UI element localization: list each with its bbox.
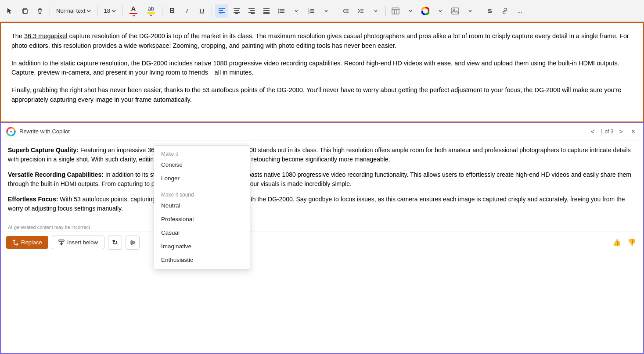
svg-rect-5	[234, 8, 240, 9]
align-left-button[interactable]	[215, 4, 228, 18]
svg-point-21	[278, 12, 279, 13]
color-wheel-arrow[interactable]	[434, 4, 447, 18]
delete-button[interactable]	[33, 4, 47, 18]
font-color-button[interactable]: A	[126, 4, 141, 18]
svg-rect-1	[219, 8, 225, 9]
replace-label: Replace	[21, 239, 42, 246]
separator-8	[480, 6, 480, 16]
strikethrough-button[interactable]: S	[483, 4, 496, 18]
font-size-dropdown[interactable]: 18	[101, 4, 119, 18]
number-list-button[interactable]: 1.2.3.	[305, 4, 318, 18]
svg-rect-13	[263, 8, 270, 9]
underline-button[interactable]: U	[195, 4, 209, 18]
font-name-dropdown[interactable]: Normal text	[53, 4, 94, 18]
align-center-button[interactable]	[230, 4, 243, 18]
indent-arrow[interactable]	[369, 4, 382, 18]
menu-item-enthusiastic[interactable]: Enthusiastic	[154, 253, 250, 267]
link-button[interactable]	[498, 4, 511, 18]
document-editor[interactable]: The 36.3 megapixel capture resolution of…	[0, 22, 644, 122]
svg-rect-0	[23, 9, 27, 14]
svg-point-41	[453, 9, 455, 11]
svg-rect-40	[452, 8, 459, 14]
separator-3	[122, 6, 122, 16]
align-right-button[interactable]	[245, 4, 258, 18]
prev-page-button[interactable]: <	[589, 127, 597, 136]
increase-indent-button[interactable]	[354, 4, 367, 18]
copilot-section-3: Effortless Focus: With 53 autofocus poin…	[8, 195, 636, 213]
menu-item-longer[interactable]: Longer	[154, 172, 250, 185]
section2-title: Versatile Recording Capabilities:	[8, 171, 104, 178]
menu-item-concise[interactable]: Concise	[154, 158, 250, 172]
copilot-footer: Replace Insert below ↻ 👍	[1, 232, 643, 253]
copilot-section-2: Versatile Recording Capabilities: In add…	[8, 170, 636, 189]
strikethrough-icon: S	[488, 7, 492, 14]
settings-button[interactable]	[126, 236, 140, 250]
highlight-button[interactable]: ab	[143, 4, 159, 18]
thumbdown-button[interactable]: 👎	[626, 237, 638, 247]
regenerate-button[interactable]: ↻	[108, 236, 122, 250]
toolbar: Normal text 18 A ab B I U	[0, 0, 644, 22]
rewrite-dropdown-menu: Make it Concise Longer Make it sound Neu…	[154, 145, 250, 270]
more-options-button[interactable]: ...	[513, 4, 526, 18]
align-justify-button[interactable]	[260, 4, 273, 18]
svg-rect-20	[280, 11, 284, 11]
font-color-bar	[130, 13, 137, 14]
thumbup-button[interactable]: 👍	[611, 237, 623, 247]
menu-item-neutral[interactable]: Neutral	[154, 199, 250, 212]
italic-button[interactable]: I	[180, 4, 194, 18]
menu-item-casual[interactable]: Casual	[154, 226, 250, 240]
bold-button[interactable]: B	[165, 4, 179, 18]
menu-divider	[154, 187, 250, 187]
svg-point-19	[278, 10, 279, 11]
decrease-indent-button[interactable]	[339, 4, 353, 18]
more-icon: ...	[518, 7, 522, 14]
image-arrow[interactable]	[464, 4, 477, 18]
svg-rect-45	[59, 240, 64, 241]
svg-rect-7	[234, 12, 240, 13]
bullet-list-button[interactable]	[275, 4, 288, 18]
svg-rect-35	[392, 8, 399, 14]
image-button[interactable]	[449, 4, 462, 18]
megapixel-link[interactable]: 36.3 megapixel	[24, 32, 67, 39]
menu-item-imaginative[interactable]: Imaginative	[154, 240, 250, 253]
svg-rect-26	[310, 11, 314, 11]
svg-rect-8	[235, 13, 238, 14]
svg-rect-22	[280, 12, 284, 13]
svg-rect-15	[263, 12, 270, 13]
settings-icon	[130, 240, 136, 246]
separator-6	[336, 6, 336, 16]
replace-button[interactable]: Replace	[6, 236, 48, 249]
select-tool-button[interactable]	[4, 4, 17, 18]
svg-rect-24	[310, 9, 314, 10]
svg-rect-9	[248, 8, 255, 9]
highlight-icon: ab	[148, 5, 154, 12]
copilot-panel: Rewrite with Copilot < 1 of 3 > × Superb…	[0, 122, 644, 354]
svg-rect-28	[310, 12, 314, 13]
table-button[interactable]	[389, 4, 402, 18]
svg-rect-6	[234, 10, 239, 11]
ai-disclaimer: AI-generated content may be incorrect	[1, 223, 643, 232]
table-arrow[interactable]	[404, 4, 417, 18]
color-wheel-button[interactable]	[419, 4, 432, 18]
section3-title: Effortless Focus:	[8, 196, 58, 203]
svg-point-50	[133, 242, 134, 243]
section1-title: Superb Capture Quality:	[8, 147, 79, 154]
svg-point-17	[278, 8, 279, 10]
copilot-title: Rewrite with Copilot	[19, 128, 585, 135]
menu-item-professional[interactable]: Professional	[154, 212, 250, 226]
italic-icon: I	[186, 7, 188, 14]
svg-rect-14	[263, 10, 270, 11]
separator-1	[50, 6, 50, 16]
copilot-logo-icon	[6, 127, 16, 136]
copy-button[interactable]	[18, 4, 32, 18]
separator-5	[212, 6, 212, 16]
close-button[interactable]: ×	[629, 127, 638, 136]
bullet-list-arrow[interactable]	[290, 4, 303, 18]
bold-icon: B	[169, 7, 175, 15]
next-page-button[interactable]: >	[617, 127, 625, 136]
separator-2	[97, 6, 97, 16]
make-it-sound-label: Make it sound	[154, 189, 250, 199]
number-list-arrow[interactable]	[320, 4, 333, 18]
insert-below-button[interactable]: Insert below	[52, 236, 104, 249]
replace-icon	[12, 240, 18, 246]
